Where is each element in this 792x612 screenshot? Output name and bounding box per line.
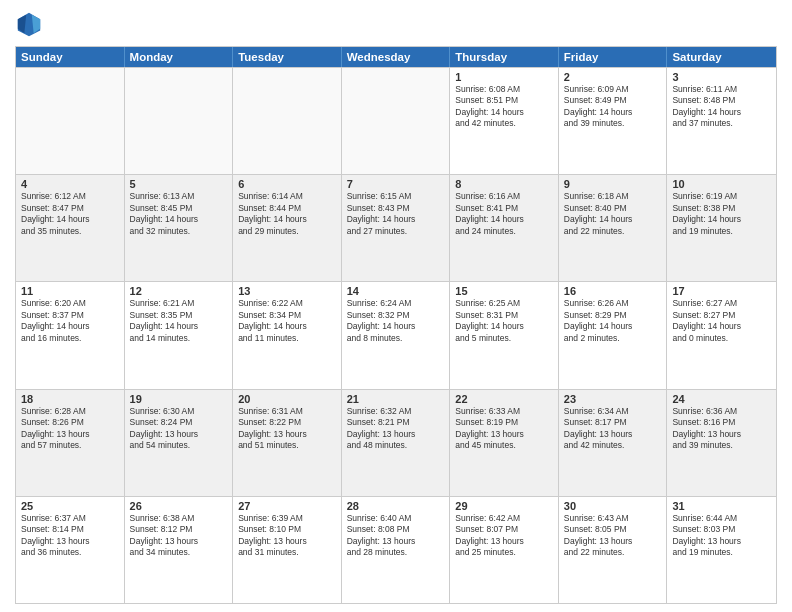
day-info: Sunrise: 6:20 AM Sunset: 8:37 PM Dayligh… bbox=[21, 298, 119, 344]
day-info: Sunrise: 6:43 AM Sunset: 8:05 PM Dayligh… bbox=[564, 513, 662, 559]
day-number: 27 bbox=[238, 500, 336, 512]
calendar-cell: 18Sunrise: 6:28 AM Sunset: 8:26 PM Dayli… bbox=[16, 390, 125, 496]
header-cell-wednesday: Wednesday bbox=[342, 47, 451, 67]
calendar-cell: 26Sunrise: 6:38 AM Sunset: 8:12 PM Dayli… bbox=[125, 497, 234, 603]
calendar-cell: 22Sunrise: 6:33 AM Sunset: 8:19 PM Dayli… bbox=[450, 390, 559, 496]
day-info: Sunrise: 6:44 AM Sunset: 8:03 PM Dayligh… bbox=[672, 513, 771, 559]
day-number: 12 bbox=[130, 285, 228, 297]
day-number: 17 bbox=[672, 285, 771, 297]
day-number: 19 bbox=[130, 393, 228, 405]
day-info: Sunrise: 6:11 AM Sunset: 8:48 PM Dayligh… bbox=[672, 84, 771, 130]
calendar-cell: 9Sunrise: 6:18 AM Sunset: 8:40 PM Daylig… bbox=[559, 175, 668, 281]
calendar-row-2: 4Sunrise: 6:12 AM Sunset: 8:47 PM Daylig… bbox=[16, 174, 776, 281]
calendar-cell: 21Sunrise: 6:32 AM Sunset: 8:21 PM Dayli… bbox=[342, 390, 451, 496]
day-info: Sunrise: 6:42 AM Sunset: 8:07 PM Dayligh… bbox=[455, 513, 553, 559]
day-number: 22 bbox=[455, 393, 553, 405]
day-info: Sunrise: 6:36 AM Sunset: 8:16 PM Dayligh… bbox=[672, 406, 771, 452]
calendar-cell: 4Sunrise: 6:12 AM Sunset: 8:47 PM Daylig… bbox=[16, 175, 125, 281]
calendar-cell: 24Sunrise: 6:36 AM Sunset: 8:16 PM Dayli… bbox=[667, 390, 776, 496]
calendar-cell: 12Sunrise: 6:21 AM Sunset: 8:35 PM Dayli… bbox=[125, 282, 234, 388]
day-number: 7 bbox=[347, 178, 445, 190]
day-number: 18 bbox=[21, 393, 119, 405]
header-cell-friday: Friday bbox=[559, 47, 668, 67]
header-cell-thursday: Thursday bbox=[450, 47, 559, 67]
calendar-cell: 1Sunrise: 6:08 AM Sunset: 8:51 PM Daylig… bbox=[450, 68, 559, 174]
day-number: 2 bbox=[564, 71, 662, 83]
calendar-cell: 30Sunrise: 6:43 AM Sunset: 8:05 PM Dayli… bbox=[559, 497, 668, 603]
day-info: Sunrise: 6:39 AM Sunset: 8:10 PM Dayligh… bbox=[238, 513, 336, 559]
day-number: 13 bbox=[238, 285, 336, 297]
day-number: 25 bbox=[21, 500, 119, 512]
logo bbox=[15, 10, 47, 38]
day-number: 15 bbox=[455, 285, 553, 297]
calendar-cell: 29Sunrise: 6:42 AM Sunset: 8:07 PM Dayli… bbox=[450, 497, 559, 603]
calendar-body: 1Sunrise: 6:08 AM Sunset: 8:51 PM Daylig… bbox=[16, 67, 776, 603]
calendar-cell: 6Sunrise: 6:14 AM Sunset: 8:44 PM Daylig… bbox=[233, 175, 342, 281]
day-info: Sunrise: 6:19 AM Sunset: 8:38 PM Dayligh… bbox=[672, 191, 771, 237]
calendar-cell: 2Sunrise: 6:09 AM Sunset: 8:49 PM Daylig… bbox=[559, 68, 668, 174]
day-info: Sunrise: 6:34 AM Sunset: 8:17 PM Dayligh… bbox=[564, 406, 662, 452]
calendar-cell: 27Sunrise: 6:39 AM Sunset: 8:10 PM Dayli… bbox=[233, 497, 342, 603]
day-number: 16 bbox=[564, 285, 662, 297]
calendar-cell: 23Sunrise: 6:34 AM Sunset: 8:17 PM Dayli… bbox=[559, 390, 668, 496]
day-number: 6 bbox=[238, 178, 336, 190]
calendar-header: SundayMondayTuesdayWednesdayThursdayFrid… bbox=[16, 47, 776, 67]
calendar-cell: 10Sunrise: 6:19 AM Sunset: 8:38 PM Dayli… bbox=[667, 175, 776, 281]
day-info: Sunrise: 6:08 AM Sunset: 8:51 PM Dayligh… bbox=[455, 84, 553, 130]
day-info: Sunrise: 6:28 AM Sunset: 8:26 PM Dayligh… bbox=[21, 406, 119, 452]
calendar-cell: 17Sunrise: 6:27 AM Sunset: 8:27 PM Dayli… bbox=[667, 282, 776, 388]
day-number: 8 bbox=[455, 178, 553, 190]
calendar-cell: 16Sunrise: 6:26 AM Sunset: 8:29 PM Dayli… bbox=[559, 282, 668, 388]
day-number: 28 bbox=[347, 500, 445, 512]
calendar-cell: 28Sunrise: 6:40 AM Sunset: 8:08 PM Dayli… bbox=[342, 497, 451, 603]
calendar-row-4: 18Sunrise: 6:28 AM Sunset: 8:26 PM Dayli… bbox=[16, 389, 776, 496]
calendar-cell: 20Sunrise: 6:31 AM Sunset: 8:22 PM Dayli… bbox=[233, 390, 342, 496]
header-cell-saturday: Saturday bbox=[667, 47, 776, 67]
day-number: 23 bbox=[564, 393, 662, 405]
calendar-cell: 19Sunrise: 6:30 AM Sunset: 8:24 PM Dayli… bbox=[125, 390, 234, 496]
calendar-row-5: 25Sunrise: 6:37 AM Sunset: 8:14 PM Dayli… bbox=[16, 496, 776, 603]
calendar-cell bbox=[233, 68, 342, 174]
header-cell-monday: Monday bbox=[125, 47, 234, 67]
day-number: 3 bbox=[672, 71, 771, 83]
day-info: Sunrise: 6:22 AM Sunset: 8:34 PM Dayligh… bbox=[238, 298, 336, 344]
calendar: SundayMondayTuesdayWednesdayThursdayFrid… bbox=[15, 46, 777, 604]
calendar-cell bbox=[342, 68, 451, 174]
day-info: Sunrise: 6:30 AM Sunset: 8:24 PM Dayligh… bbox=[130, 406, 228, 452]
day-info: Sunrise: 6:16 AM Sunset: 8:41 PM Dayligh… bbox=[455, 191, 553, 237]
day-info: Sunrise: 6:25 AM Sunset: 8:31 PM Dayligh… bbox=[455, 298, 553, 344]
calendar-cell: 7Sunrise: 6:15 AM Sunset: 8:43 PM Daylig… bbox=[342, 175, 451, 281]
day-number: 21 bbox=[347, 393, 445, 405]
day-number: 20 bbox=[238, 393, 336, 405]
day-info: Sunrise: 6:27 AM Sunset: 8:27 PM Dayligh… bbox=[672, 298, 771, 344]
day-info: Sunrise: 6:33 AM Sunset: 8:19 PM Dayligh… bbox=[455, 406, 553, 452]
day-number: 31 bbox=[672, 500, 771, 512]
calendar-cell bbox=[125, 68, 234, 174]
calendar-cell: 15Sunrise: 6:25 AM Sunset: 8:31 PM Dayli… bbox=[450, 282, 559, 388]
page: SundayMondayTuesdayWednesdayThursdayFrid… bbox=[0, 0, 792, 612]
day-number: 5 bbox=[130, 178, 228, 190]
calendar-cell: 14Sunrise: 6:24 AM Sunset: 8:32 PM Dayli… bbox=[342, 282, 451, 388]
day-info: Sunrise: 6:40 AM Sunset: 8:08 PM Dayligh… bbox=[347, 513, 445, 559]
day-info: Sunrise: 6:26 AM Sunset: 8:29 PM Dayligh… bbox=[564, 298, 662, 344]
calendar-cell bbox=[16, 68, 125, 174]
calendar-row-1: 1Sunrise: 6:08 AM Sunset: 8:51 PM Daylig… bbox=[16, 67, 776, 174]
logo-icon bbox=[15, 10, 43, 38]
day-info: Sunrise: 6:15 AM Sunset: 8:43 PM Dayligh… bbox=[347, 191, 445, 237]
day-number: 24 bbox=[672, 393, 771, 405]
day-info: Sunrise: 6:13 AM Sunset: 8:45 PM Dayligh… bbox=[130, 191, 228, 237]
day-info: Sunrise: 6:24 AM Sunset: 8:32 PM Dayligh… bbox=[347, 298, 445, 344]
calendar-row-3: 11Sunrise: 6:20 AM Sunset: 8:37 PM Dayli… bbox=[16, 281, 776, 388]
header-cell-sunday: Sunday bbox=[16, 47, 125, 67]
day-number: 29 bbox=[455, 500, 553, 512]
calendar-cell: 31Sunrise: 6:44 AM Sunset: 8:03 PM Dayli… bbox=[667, 497, 776, 603]
day-info: Sunrise: 6:18 AM Sunset: 8:40 PM Dayligh… bbox=[564, 191, 662, 237]
day-info: Sunrise: 6:21 AM Sunset: 8:35 PM Dayligh… bbox=[130, 298, 228, 344]
day-number: 1 bbox=[455, 71, 553, 83]
day-info: Sunrise: 6:09 AM Sunset: 8:49 PM Dayligh… bbox=[564, 84, 662, 130]
calendar-cell: 13Sunrise: 6:22 AM Sunset: 8:34 PM Dayli… bbox=[233, 282, 342, 388]
day-number: 9 bbox=[564, 178, 662, 190]
calendar-cell: 11Sunrise: 6:20 AM Sunset: 8:37 PM Dayli… bbox=[16, 282, 125, 388]
day-info: Sunrise: 6:14 AM Sunset: 8:44 PM Dayligh… bbox=[238, 191, 336, 237]
calendar-cell: 5Sunrise: 6:13 AM Sunset: 8:45 PM Daylig… bbox=[125, 175, 234, 281]
